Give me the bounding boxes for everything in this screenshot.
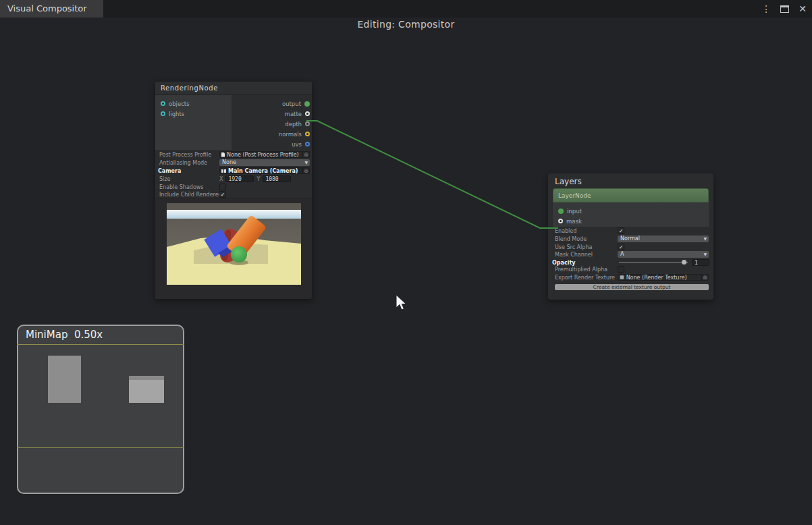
- port-label-matte: matte: [285, 111, 302, 117]
- row-post-process-profile: Post Process Profile None (Post Process …: [155, 151, 312, 158]
- post-process-profile-label: Post Process Profile: [159, 152, 211, 158]
- rendering-node-properties: Post Process Profile None (Post Process …: [155, 150, 312, 198]
- opacity-slider-knob[interactable]: [682, 260, 686, 265]
- minimap-title: MiniMap 0.50x: [26, 329, 103, 341]
- row-size: Size X 1920 Y 1080: [155, 175, 312, 182]
- blend-mode-label: Blend Mode: [555, 236, 587, 242]
- enable-shadows-checkbox[interactable]: [219, 184, 226, 190]
- port-uvs[interactable]: uvs: [292, 139, 310, 149]
- layer-node-properties: Enabled ✓ Blend Mode Normal ▼ Use: [548, 227, 713, 281]
- rendering-node-ports: objects lights output matte depth: [155, 95, 312, 150]
- size-y-field[interactable]: 1080: [263, 175, 291, 182]
- port-dot-output[interactable]: [304, 101, 310, 107]
- window-controls: ⋮ ✕: [761, 0, 807, 18]
- port-objects[interactable]: objects: [161, 99, 190, 109]
- row-camera: Camera Main Camera (Camera) ◎: [155, 167, 312, 174]
- chevron-down-icon: ▼: [304, 159, 308, 166]
- port-mask[interactable]: mask: [558, 216, 582, 226]
- row-enable-shadows: Enable Shadows: [155, 184, 312, 190]
- port-depth[interactable]: depth: [285, 119, 310, 129]
- port-label-objects: objects: [169, 101, 190, 107]
- maximize-icon[interactable]: [780, 5, 789, 13]
- layer-node-header[interactable]: LayerNode: [553, 188, 709, 202]
- port-label-uvs: uvs: [292, 141, 302, 148]
- profile-asset-icon: [221, 153, 225, 157]
- minimap-rendering-node-rect[interactable]: [48, 356, 81, 403]
- object-picker-icon[interactable]: ◎: [302, 152, 309, 157]
- port-normals[interactable]: normals: [279, 129, 310, 139]
- use-src-alpha-checkbox[interactable]: ✓: [618, 244, 624, 250]
- row-premultiplied-alpha: Premultiplied Alpha: [548, 266, 713, 273]
- antialiasing-mode-dropdown[interactable]: None ▼: [219, 159, 310, 166]
- post-process-profile-field[interactable]: None (Post Process Profile) ◎: [219, 151, 310, 158]
- title-bar: Visual Compositor ⋮ ✕: [0, 0, 812, 18]
- layers-panel[interactable]: Layers LayerNode input mask Enabled: [548, 173, 713, 300]
- port-dot-normals[interactable]: [305, 132, 310, 136]
- port-dot-uvs[interactable]: [305, 142, 310, 146]
- mask-channel-value: A: [620, 251, 624, 257]
- menu-icon[interactable]: ⋮: [761, 3, 771, 14]
- size-label: Size: [159, 176, 170, 182]
- antialiasing-mode-value: None: [222, 159, 236, 165]
- port-dot-objects[interactable]: [161, 101, 165, 106]
- rendering-node[interactable]: RenderingNode objects lights output matt…: [155, 82, 312, 299]
- opacity-value-field[interactable]: 1: [692, 259, 709, 266]
- tab-visual-compositor[interactable]: Visual Compositor: [0, 0, 103, 18]
- port-label-normals: normals: [279, 131, 302, 138]
- camera-value: Main Camera (Camera): [228, 168, 298, 174]
- enabled-label: Enabled: [555, 228, 576, 234]
- port-label-output: output: [282, 101, 301, 107]
- blend-mode-dropdown[interactable]: Normal ▼: [618, 236, 709, 242]
- row-mask-channel: Mask Channel A ▼: [548, 251, 713, 258]
- row-opacity: Opacity 1: [548, 259, 713, 266]
- create-external-texture-output-button[interactable]: Create external texture output: [555, 284, 709, 290]
- port-label-lights: lights: [169, 111, 184, 117]
- row-export-render-texture: Export Render Texture ▦ None (Render Tex…: [548, 274, 713, 281]
- premultiplied-alpha-label: Premultiplied Alpha: [555, 267, 607, 273]
- export-render-texture-label: Export Render Texture: [555, 275, 615, 281]
- minimap-layers-node-header-strip: [129, 376, 164, 380]
- port-label-depth: depth: [285, 121, 302, 128]
- export-render-texture-value: None (Render Texture): [626, 275, 687, 281]
- minimap-panel[interactable]: MiniMap 0.50x: [17, 325, 184, 494]
- export-render-texture-field[interactable]: ▦ None (Render Texture) ◎: [618, 274, 709, 281]
- object-picker-icon[interactable]: ◎: [701, 275, 708, 280]
- object-picker-icon[interactable]: ◎: [302, 168, 309, 173]
- include-child-renderers-checkbox[interactable]: ✓: [219, 191, 226, 198]
- size-x-label: X: [219, 176, 223, 182]
- port-dot-lights[interactable]: [161, 111, 165, 116]
- camera-field[interactable]: Main Camera (Camera) ◎: [219, 167, 310, 174]
- enabled-checkbox[interactable]: ✓: [618, 227, 624, 234]
- port-label-input: input: [567, 208, 582, 215]
- chevron-down-icon: ▼: [703, 236, 707, 242]
- port-dot-input[interactable]: [558, 209, 564, 214]
- mask-channel-label: Mask Channel: [555, 252, 593, 258]
- layer-node[interactable]: LayerNode input mask: [553, 188, 709, 227]
- enable-shadows-label: Enable Shadows: [159, 184, 204, 190]
- size-x-field[interactable]: 1920: [225, 175, 254, 182]
- row-blend-mode: Blend Mode Normal ▼: [548, 236, 713, 242]
- opacity-slider-track[interactable]: [619, 262, 688, 262]
- mask-channel-dropdown[interactable]: A ▼: [618, 251, 709, 258]
- close-icon[interactable]: ✕: [799, 3, 807, 14]
- premultiplied-alpha-checkbox[interactable]: [618, 266, 624, 273]
- layer-node-ports: input mask: [553, 202, 709, 227]
- minimap-layers-node-rect[interactable]: [129, 376, 164, 403]
- include-child-renderers-label: Include Child Renderers: [159, 192, 223, 198]
- port-dot-mask[interactable]: [558, 219, 563, 223]
- port-input[interactable]: input: [558, 206, 582, 216]
- row-include-child-renderers: Include Child Renderers ✓: [155, 191, 312, 198]
- blend-mode-value: Normal: [620, 236, 640, 242]
- chevron-down-icon: ▼: [703, 251, 707, 258]
- port-lights[interactable]: lights: [161, 109, 184, 119]
- port-matte[interactable]: matte: [285, 109, 310, 119]
- camera-preview-image: [167, 203, 301, 285]
- visual-compositor-window: Visual Compositor ⋮ ✕ Editing: Composito…: [0, 0, 812, 525]
- wire-output-to-input[interactable]: [306, 121, 558, 228]
- port-dot-depth[interactable]: [305, 121, 310, 126]
- port-output[interactable]: output: [282, 99, 310, 109]
- rendering-node-header[interactable]: RenderingNode: [155, 82, 312, 95]
- port-label-mask: mask: [566, 218, 582, 225]
- opacity-label: Opacity: [552, 260, 575, 266]
- port-dot-matte[interactable]: [305, 111, 310, 116]
